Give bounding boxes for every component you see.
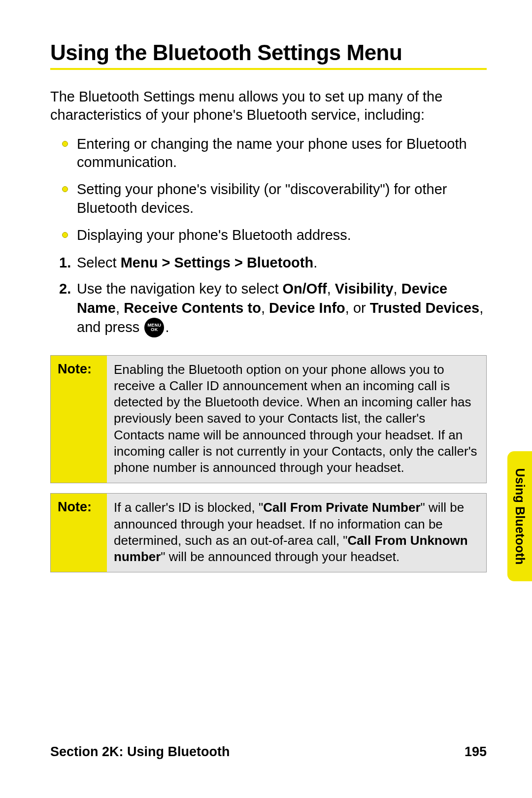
- feature-bullet-list: Entering or changing the name your phone…: [50, 135, 487, 244]
- page-footer: Section 2K: Using Bluetooth 195: [50, 744, 487, 760]
- title-underline: [50, 68, 487, 70]
- step-item: Select Menu > Settings > Bluetooth.: [77, 253, 487, 272]
- note-body: If a caller's ID is blocked, "Call From …: [107, 494, 486, 572]
- menu-ok-button-icon: MENUOK: [144, 318, 164, 337]
- page-content: Using the Bluetooth Settings Menu The Bl…: [0, 0, 532, 572]
- page-number: 195: [465, 744, 487, 760]
- step-text: Use the navigation key to select: [77, 281, 283, 297]
- note-bold: Call From Private Number: [263, 500, 420, 515]
- step-text: .: [313, 255, 317, 270]
- list-item: Entering or changing the name your phone…: [77, 135, 487, 171]
- note-label: Note:: [51, 356, 107, 483]
- step-text: ,: [394, 281, 401, 297]
- step-text: ,: [261, 300, 269, 316]
- list-item: Setting your phone's visibility (or "dis…: [77, 180, 487, 217]
- note-box: Note: If a caller's ID is blocked, "Call…: [50, 493, 487, 572]
- step-text: , or: [345, 300, 370, 316]
- note-text: " will be announced through your headset…: [161, 549, 399, 564]
- step-text: ,: [327, 281, 335, 297]
- section-side-tab: Using Bluetooth: [507, 451, 532, 581]
- step-bold: Receive Contents to: [124, 300, 261, 316]
- step-text: ,: [116, 300, 124, 316]
- list-item: Displaying your phone's Bluetooth addres…: [77, 226, 487, 244]
- note-text: If a caller's ID is blocked, ": [114, 500, 263, 515]
- page-title: Using the Bluetooth Settings Menu: [50, 40, 487, 68]
- note-body: Enabling the Bluetooth option on your ph…: [107, 356, 486, 483]
- step-bold: On/Off: [283, 281, 327, 297]
- footer-section-label: Section 2K: Using Bluetooth: [50, 744, 230, 760]
- step-bold: Device Info: [269, 300, 345, 316]
- intro-paragraph: The Bluetooth Settings menu allows you t…: [50, 88, 487, 124]
- step-item: Use the navigation key to select On/Off,…: [77, 279, 487, 338]
- step-bold: Visibility: [335, 281, 394, 297]
- note-label: Note:: [51, 494, 107, 572]
- step-text: Select: [77, 255, 121, 270]
- step-bold: Menu > Settings > Bluetooth: [121, 255, 314, 270]
- menu-icon-bottom: OK: [151, 328, 158, 332]
- side-tab-label: Using Bluetooth: [513, 468, 527, 565]
- step-bold: Trusted Devices: [370, 300, 479, 316]
- step-list: Select Menu > Settings > Bluetooth. Use …: [50, 253, 487, 338]
- note-box: Note: Enabling the Bluetooth option on y…: [50, 355, 487, 484]
- step-text: .: [165, 319, 169, 335]
